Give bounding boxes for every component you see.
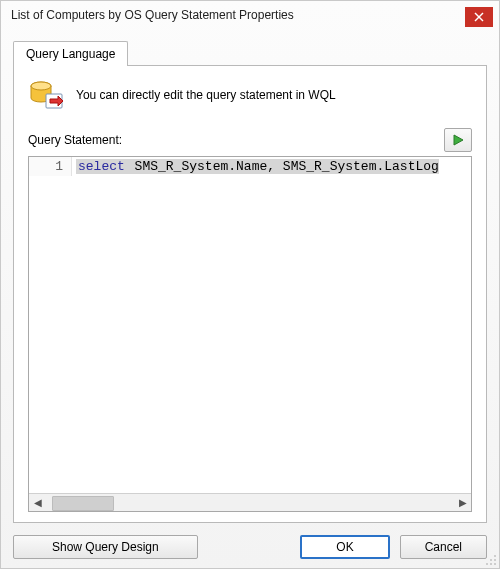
statement-header: Query Statement:: [28, 128, 472, 152]
resize-grip[interactable]: [483, 552, 497, 566]
dialog-window: List of Computers by OS Query Statement …: [0, 0, 500, 569]
horizontal-scrollbar[interactable]: ◀ ▶: [29, 493, 471, 511]
scroll-right-button[interactable]: ▶: [454, 494, 471, 511]
svg-point-12: [494, 563, 496, 565]
hint-text: You can directly edit the query statemen…: [76, 88, 336, 102]
ok-button[interactable]: OK: [300, 535, 389, 559]
cancel-button[interactable]: Cancel: [400, 535, 487, 559]
tab-page: You can directly edit the query statemen…: [13, 65, 487, 523]
client-area: Query Language You can directly edit the…: [1, 29, 499, 523]
statement-label: Query Statement:: [28, 133, 122, 147]
svg-point-8: [490, 559, 492, 561]
run-query-button[interactable]: [444, 128, 472, 152]
keyword-select: select: [76, 159, 127, 174]
line-number: 1: [29, 157, 72, 176]
database-export-icon: [28, 80, 64, 110]
titlebar: List of Computers by OS Query Statement …: [1, 1, 499, 29]
svg-point-11: [490, 563, 492, 565]
svg-point-3: [31, 82, 51, 90]
scroll-track[interactable]: [46, 494, 454, 511]
close-icon: [474, 12, 484, 22]
query-editor[interactable]: 1 select SMS_R_System.Name, SMS_R_System…: [28, 156, 472, 512]
scroll-thumb[interactable]: [52, 496, 114, 511]
svg-point-10: [486, 563, 488, 565]
resize-grip-icon: [483, 552, 497, 566]
scroll-left-button[interactable]: ◀: [29, 494, 46, 511]
show-query-design-button[interactable]: Show Query Design: [13, 535, 198, 559]
close-button[interactable]: [465, 7, 493, 27]
tab-label: Query Language: [26, 47, 115, 61]
svg-point-7: [494, 555, 496, 557]
hint-row: You can directly edit the query statemen…: [28, 80, 472, 110]
editor-viewport: 1 select SMS_R_System.Name, SMS_R_System…: [29, 157, 471, 493]
code-line-1: 1 select SMS_R_System.Name, SMS_R_System…: [29, 157, 471, 176]
tabstrip: Query Language: [13, 39, 487, 65]
code-text[interactable]: select SMS_R_System.Name, SMS_R_System.L…: [72, 157, 471, 176]
svg-marker-6: [454, 135, 463, 145]
svg-point-9: [494, 559, 496, 561]
tab-query-language[interactable]: Query Language: [13, 41, 128, 66]
code-rest: SMS_R_System.Name, SMS_R_System.LastLog: [127, 159, 439, 174]
button-row: Show Query Design OK Cancel: [1, 523, 499, 559]
play-icon: [452, 134, 464, 146]
window-title: List of Computers by OS Query Statement …: [11, 8, 294, 22]
